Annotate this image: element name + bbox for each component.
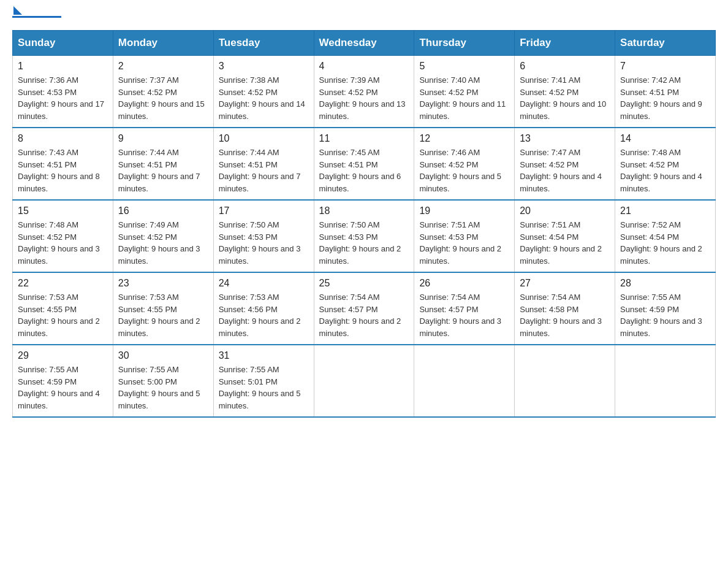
calendar-cell: 20Sunrise: 7:51 AMSunset: 4:54 PMDayligh… [515, 200, 615, 272]
calendar-header-row: SundayMondayTuesdayWednesdayThursdayFrid… [13, 31, 716, 56]
day-info: Sunrise: 7:36 AMSunset: 4:53 PMDaylight:… [18, 74, 108, 122]
calendar-week-row-2: 8Sunrise: 7:43 AMSunset: 4:51 PMDaylight… [13, 128, 716, 200]
calendar-week-row-3: 15Sunrise: 7:48 AMSunset: 4:52 PMDayligh… [13, 200, 716, 272]
day-number: 25 [319, 278, 409, 289]
day-number: 6 [520, 61, 610, 72]
calendar-table: SundayMondayTuesdayWednesdayThursdayFrid… [12, 30, 716, 418]
day-number: 8 [18, 133, 108, 144]
day-number: 3 [219, 61, 309, 72]
day-info: Sunrise: 7:43 AMSunset: 4:51 PMDaylight:… [18, 147, 108, 194]
day-number: 29 [18, 350, 108, 361]
calendar-cell: 31Sunrise: 7:55 AMSunset: 5:01 PMDayligh… [213, 345, 314, 417]
calendar-cell [314, 345, 414, 417]
calendar-cell: 29Sunrise: 7:55 AMSunset: 4:59 PMDayligh… [13, 345, 113, 417]
day-info: Sunrise: 7:55 AMSunset: 5:00 PMDaylight:… [118, 364, 208, 412]
day-info: Sunrise: 7:38 AMSunset: 4:52 PMDaylight:… [219, 74, 309, 122]
day-number: 14 [620, 133, 710, 144]
day-number: 28 [620, 278, 710, 289]
day-number: 5 [419, 61, 509, 72]
day-number: 17 [219, 205, 309, 216]
day-info: Sunrise: 7:53 AMSunset: 4:55 PMDaylight:… [18, 291, 108, 339]
calendar-week-row-4: 22Sunrise: 7:53 AMSunset: 4:55 PMDayligh… [13, 272, 716, 345]
day-info: Sunrise: 7:37 AMSunset: 4:52 PMDaylight:… [118, 74, 208, 122]
logo-triangle-icon [13, 6, 22, 15]
calendar-cell: 13Sunrise: 7:47 AMSunset: 4:52 PMDayligh… [515, 128, 615, 200]
day-info: Sunrise: 7:54 AMSunset: 4:57 PMDaylight:… [419, 291, 509, 339]
day-info: Sunrise: 7:53 AMSunset: 4:56 PMDaylight:… [219, 291, 309, 339]
calendar-cell: 15Sunrise: 7:48 AMSunset: 4:52 PMDayligh… [13, 200, 113, 272]
day-info: Sunrise: 7:50 AMSunset: 4:53 PMDaylight:… [319, 219, 409, 267]
day-info: Sunrise: 7:39 AMSunset: 4:52 PMDaylight:… [319, 74, 409, 122]
day-info: Sunrise: 7:47 AMSunset: 4:52 PMDaylight:… [520, 147, 610, 194]
day-info: Sunrise: 7:51 AMSunset: 4:54 PMDaylight:… [520, 219, 610, 267]
calendar-cell: 11Sunrise: 7:45 AMSunset: 4:51 PMDayligh… [314, 128, 414, 200]
day-number: 20 [520, 205, 610, 216]
calendar-cell: 26Sunrise: 7:54 AMSunset: 4:57 PMDayligh… [414, 272, 515, 345]
day-number: 13 [520, 133, 610, 144]
calendar-cell: 16Sunrise: 7:49 AMSunset: 4:52 PMDayligh… [113, 200, 213, 272]
day-info: Sunrise: 7:55 AMSunset: 4:59 PMDaylight:… [18, 364, 108, 412]
calendar-cell: 18Sunrise: 7:50 AMSunset: 4:53 PMDayligh… [314, 200, 414, 272]
calendar-cell: 8Sunrise: 7:43 AMSunset: 4:51 PMDaylight… [13, 128, 113, 200]
calendar-header-wednesday: Wednesday [314, 31, 414, 56]
day-info: Sunrise: 7:44 AMSunset: 4:51 PMDaylight:… [118, 147, 208, 194]
calendar-cell: 24Sunrise: 7:53 AMSunset: 4:56 PMDayligh… [213, 272, 314, 345]
day-info: Sunrise: 7:55 AMSunset: 5:01 PMDaylight:… [219, 364, 309, 412]
calendar-cell: 5Sunrise: 7:40 AMSunset: 4:52 PMDaylight… [414, 56, 515, 128]
calendar-header-friday: Friday [515, 31, 615, 56]
calendar-cell: 10Sunrise: 7:44 AMSunset: 4:51 PMDayligh… [213, 128, 314, 200]
calendar-cell [414, 345, 515, 417]
calendar-header-monday: Monday [113, 31, 213, 56]
day-info: Sunrise: 7:49 AMSunset: 4:52 PMDaylight:… [118, 219, 208, 267]
calendar-cell [515, 345, 615, 417]
day-info: Sunrise: 7:42 AMSunset: 4:51 PMDaylight:… [620, 74, 710, 122]
day-number: 30 [118, 350, 208, 361]
day-info: Sunrise: 7:40 AMSunset: 4:52 PMDaylight:… [419, 74, 509, 122]
day-info: Sunrise: 7:48 AMSunset: 4:52 PMDaylight:… [620, 147, 710, 194]
day-number: 4 [319, 61, 409, 72]
page-header [12, 12, 716, 18]
calendar-cell: 12Sunrise: 7:46 AMSunset: 4:52 PMDayligh… [414, 128, 515, 200]
calendar-cell: 22Sunrise: 7:53 AMSunset: 4:55 PMDayligh… [13, 272, 113, 345]
day-info: Sunrise: 7:45 AMSunset: 4:51 PMDaylight:… [319, 147, 409, 194]
day-info: Sunrise: 7:48 AMSunset: 4:52 PMDaylight:… [18, 219, 108, 267]
day-info: Sunrise: 7:50 AMSunset: 4:53 PMDaylight:… [219, 219, 309, 267]
calendar-cell: 1Sunrise: 7:36 AMSunset: 4:53 PMDaylight… [13, 56, 113, 128]
calendar-header-tuesday: Tuesday [213, 31, 314, 56]
day-number: 9 [118, 133, 208, 144]
calendar-cell: 17Sunrise: 7:50 AMSunset: 4:53 PMDayligh… [213, 200, 314, 272]
logo-blue-text [12, 12, 22, 15]
day-info: Sunrise: 7:53 AMSunset: 4:55 PMDaylight:… [118, 291, 208, 339]
day-number: 31 [219, 350, 309, 361]
calendar-cell: 9Sunrise: 7:44 AMSunset: 4:51 PMDaylight… [113, 128, 213, 200]
day-info: Sunrise: 7:44 AMSunset: 4:51 PMDaylight:… [219, 147, 309, 194]
day-number: 26 [419, 278, 509, 289]
calendar-cell: 28Sunrise: 7:55 AMSunset: 4:59 PMDayligh… [615, 272, 716, 345]
day-number: 21 [620, 205, 710, 216]
calendar-cell: 25Sunrise: 7:54 AMSunset: 4:57 PMDayligh… [314, 272, 414, 345]
calendar-cell: 6Sunrise: 7:41 AMSunset: 4:52 PMDaylight… [515, 56, 615, 128]
calendar-cell: 2Sunrise: 7:37 AMSunset: 4:52 PMDaylight… [113, 56, 213, 128]
day-number: 18 [319, 205, 409, 216]
day-number: 22 [18, 278, 108, 289]
day-number: 1 [18, 61, 108, 72]
calendar-cell: 30Sunrise: 7:55 AMSunset: 5:00 PMDayligh… [113, 345, 213, 417]
day-info: Sunrise: 7:54 AMSunset: 4:58 PMDaylight:… [520, 291, 610, 339]
day-number: 7 [620, 61, 710, 72]
logo [12, 12, 61, 18]
day-info: Sunrise: 7:51 AMSunset: 4:53 PMDaylight:… [419, 219, 509, 267]
day-number: 19 [419, 205, 509, 216]
calendar-header-thursday: Thursday [414, 31, 515, 56]
calendar-header-saturday: Saturday [615, 31, 716, 56]
calendar-cell: 23Sunrise: 7:53 AMSunset: 4:55 PMDayligh… [113, 272, 213, 345]
calendar-cell: 7Sunrise: 7:42 AMSunset: 4:51 PMDaylight… [615, 56, 716, 128]
calendar-cell [615, 345, 716, 417]
calendar-header-sunday: Sunday [13, 31, 113, 56]
calendar-cell: 4Sunrise: 7:39 AMSunset: 4:52 PMDaylight… [314, 56, 414, 128]
day-number: 10 [219, 133, 309, 144]
calendar-cell: 19Sunrise: 7:51 AMSunset: 4:53 PMDayligh… [414, 200, 515, 272]
calendar-cell: 21Sunrise: 7:52 AMSunset: 4:54 PMDayligh… [615, 200, 716, 272]
day-number: 24 [219, 278, 309, 289]
calendar-week-row-5: 29Sunrise: 7:55 AMSunset: 4:59 PMDayligh… [13, 345, 716, 417]
day-info: Sunrise: 7:55 AMSunset: 4:59 PMDaylight:… [620, 291, 710, 339]
